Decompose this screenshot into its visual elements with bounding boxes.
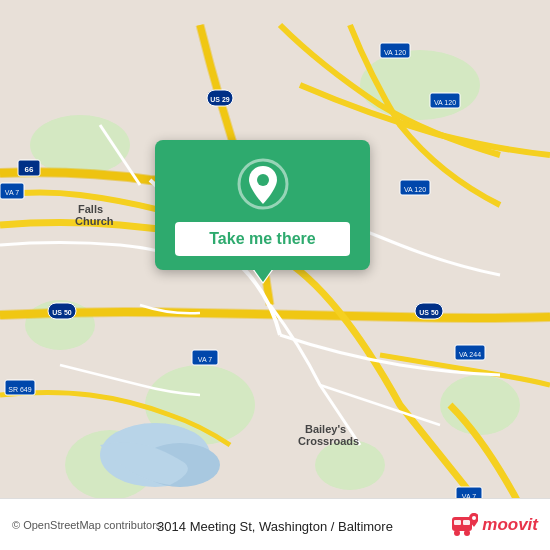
svg-text:US 50: US 50 [419, 309, 439, 316]
svg-text:VA 120: VA 120 [404, 186, 426, 193]
map-background: 66 VA 7 US 29 VA 120 VA 120 VA 120 US 50… [0, 0, 550, 550]
svg-rect-44 [463, 520, 470, 525]
svg-text:VA 120: VA 120 [384, 49, 406, 56]
svg-text:Crossroads: Crossroads [298, 435, 359, 447]
svg-point-39 [257, 174, 269, 186]
svg-text:Church: Church [75, 215, 114, 227]
svg-text:US 29: US 29 [210, 96, 230, 103]
svg-rect-43 [454, 520, 461, 525]
svg-text:Falls: Falls [78, 203, 103, 215]
svg-text:SR 649: SR 649 [8, 386, 31, 393]
moovit-logo-text: moovit [482, 515, 538, 535]
location-card: Take me there [155, 140, 370, 270]
svg-text:VA 7: VA 7 [5, 189, 19, 196]
svg-text:VA 244: VA 244 [459, 351, 481, 358]
moovit-logo: moovit [450, 511, 538, 539]
svg-point-41 [454, 530, 460, 536]
svg-text:VA 7: VA 7 [198, 356, 212, 363]
svg-text:66: 66 [25, 165, 34, 174]
map-container: 66 VA 7 US 29 VA 120 VA 120 VA 120 US 50… [0, 0, 550, 550]
svg-text:Bailey's: Bailey's [305, 423, 346, 435]
svg-point-42 [464, 530, 470, 536]
svg-point-6 [315, 440, 385, 490]
take-me-there-button[interactable]: Take me there [175, 222, 350, 256]
address-text: 3014 Meeting St, Washington / Baltimore [157, 519, 393, 534]
moovit-logo-icon [450, 511, 478, 539]
location-pin-icon [237, 158, 289, 210]
bottom-bar: © OpenStreetMap contributors 3014 Meetin… [0, 498, 550, 550]
svg-point-45 [472, 516, 476, 520]
copyright-text: © OpenStreetMap contributors [12, 519, 161, 531]
svg-text:VA 120: VA 120 [434, 99, 456, 106]
svg-text:US 50: US 50 [52, 309, 72, 316]
